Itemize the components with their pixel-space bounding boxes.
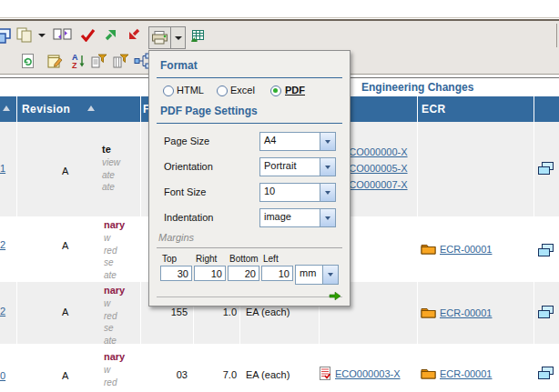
- eco-document-icon: [320, 367, 330, 384]
- column-header-ecr[interactable]: ECR: [422, 103, 446, 116]
- footer-divider: [157, 297, 342, 297]
- lifecycle-phase-cell: te view ate ate: [102, 143, 120, 194]
- copy-icon[interactable]: [16, 27, 33, 46]
- lifecycle-phase-cell: nary w red se ate: [104, 218, 125, 281]
- margin-top-label: Top: [162, 254, 177, 264]
- orientation-label: Orientation: [164, 161, 213, 172]
- page-size-label: Page Size: [164, 136, 209, 146]
- section-divider: [157, 77, 342, 78]
- group-header-engineering-changes: Engineering Changes: [361, 81, 473, 94]
- margin-bottom-label: Bottom: [229, 254, 259, 264]
- lifecycle-phase-cell: nary w red: [104, 350, 125, 388]
- caret-down-icon: [175, 36, 182, 40]
- chevron-down-icon[interactable]: [320, 133, 335, 150]
- uom-cell: EA (each): [246, 369, 290, 380]
- font-size-label: Font Size: [164, 186, 206, 197]
- item-number-link[interactable]: 1: [0, 163, 5, 174]
- open-in-window-icon[interactable]: [538, 244, 554, 261]
- format-section-title: Format: [160, 59, 198, 72]
- margins-divider: [157, 247, 342, 248]
- revision-cell: A: [62, 370, 68, 381]
- export-table-icon[interactable]: [190, 28, 205, 45]
- application-window: AZ Engineering Changes Revision F ECR 1 …: [0, 0, 559, 392]
- format-radio-html-label[interactable]: HTML: [177, 85, 204, 95]
- demote-arrow-icon[interactable]: [127, 27, 142, 45]
- sort-az-icon[interactable]: AZ: [71, 53, 86, 73]
- column-divider: [16, 96, 17, 392]
- promote-arrow-icon[interactable]: [103, 27, 117, 45]
- chevron-down-icon[interactable]: [320, 184, 335, 201]
- filter-columns-icon[interactable]: [113, 54, 129, 72]
- ecr-link[interactable]: ECR-00001: [440, 307, 492, 318]
- qty-cell: 1.0: [193, 307, 237, 317]
- indentation-label: Indentation: [164, 212, 213, 223]
- print-options-caret-button[interactable]: [170, 26, 186, 49]
- margin-top-input[interactable]: [160, 266, 192, 281]
- format-radio-html[interactable]: [163, 85, 174, 96]
- margin-right-label: Right: [196, 254, 217, 264]
- approve-check-icon[interactable]: [80, 28, 96, 45]
- margins-section-title: Margins: [158, 232, 194, 243]
- margin-left-input[interactable]: [261, 266, 293, 281]
- item-number-link[interactable]: 2: [0, 239, 5, 250]
- toolbar-edge-divider: [556, 24, 557, 47]
- orientation-select[interactable]: Portrait: [259, 157, 336, 176]
- copy-menu-caret-icon[interactable]: [38, 34, 46, 37]
- folder-icon: [421, 242, 436, 258]
- svg-text:Z: Z: [72, 61, 77, 69]
- chevron-down-icon[interactable]: [322, 266, 338, 284]
- pdf-settings-section-title: PDF Page Settings: [160, 105, 258, 117]
- print-button[interactable]: [148, 26, 172, 49]
- format-radio-excel-label[interactable]: Excel: [230, 85, 255, 95]
- folder-icon: [421, 306, 436, 322]
- sort-asc-icon[interactable]: [87, 106, 95, 111]
- green-arrow-icon: [329, 291, 341, 301]
- open-in-window-icon[interactable]: [538, 367, 554, 384]
- column-divider: [140, 96, 141, 392]
- swap-windows-icon[interactable]: [53, 27, 72, 45]
- revision-cell: A: [62, 240, 68, 251]
- sort-asc-icon[interactable]: [3, 106, 10, 111]
- column-divider: [534, 96, 534, 392]
- ecr-link[interactable]: ECR-00001: [440, 244, 492, 255]
- eco-link[interactable]: ECO000003-X: [335, 368, 401, 379]
- chevron-down-icon[interactable]: [320, 158, 335, 176]
- format-radio-pdf[interactable]: [270, 85, 281, 96]
- find-num-cell: 155: [144, 307, 188, 317]
- section-divider: [157, 123, 342, 124]
- column-divider: [417, 96, 418, 392]
- ecr-link[interactable]: ECR-00001: [440, 368, 492, 379]
- print-format-dialog: Format HTML Excel PDF PDF Page Settings …: [148, 50, 351, 307]
- folder-icon: [421, 367, 436, 383]
- filter-list-icon[interactable]: [91, 54, 107, 72]
- submit-arrow-button[interactable]: [329, 288, 341, 305]
- margin-left-label: Left: [263, 254, 279, 264]
- format-radio-pdf-label[interactable]: PDF: [285, 85, 305, 95]
- eco-link[interactable]: ECO000000-X: [342, 146, 408, 157]
- eco-link[interactable]: ECO000007-X: [342, 179, 408, 190]
- indentation-select[interactable]: image: [259, 208, 336, 227]
- find-num-cell: 03: [144, 369, 188, 380]
- open-in-window-icon[interactable]: [538, 306, 554, 323]
- item-number-link[interactable]: 0: [0, 370, 5, 381]
- printer-icon: [152, 31, 168, 45]
- refresh-icon[interactable]: [20, 54, 36, 73]
- top-divider-light: [0, 17, 559, 18]
- chevron-down-icon[interactable]: [320, 209, 335, 226]
- page-size-select[interactable]: A4: [259, 132, 336, 151]
- font-size-select[interactable]: 10: [259, 183, 336, 202]
- eco-link[interactable]: ECO000005-X: [342, 163, 408, 174]
- format-radio-excel[interactable]: [217, 85, 228, 96]
- revision-cell: A: [62, 307, 68, 317]
- lifecycle-phase-cell: nary w red se ate: [104, 284, 125, 347]
- revision-cell: A: [62, 166, 68, 176]
- open-in-window-icon[interactable]: [538, 162, 554, 179]
- uom-cell: EA (each): [246, 307, 290, 317]
- column-header-revision[interactable]: Revision: [22, 103, 70, 116]
- edit-icon[interactable]: [47, 54, 64, 73]
- cascade-windows-icon[interactable]: [0, 28, 11, 48]
- margin-right-input[interactable]: [194, 266, 226, 281]
- item-number-link[interactable]: 2: [0, 306, 5, 317]
- margin-bottom-input[interactable]: [228, 266, 259, 281]
- margin-unit-select[interactable]: mm: [295, 265, 339, 285]
